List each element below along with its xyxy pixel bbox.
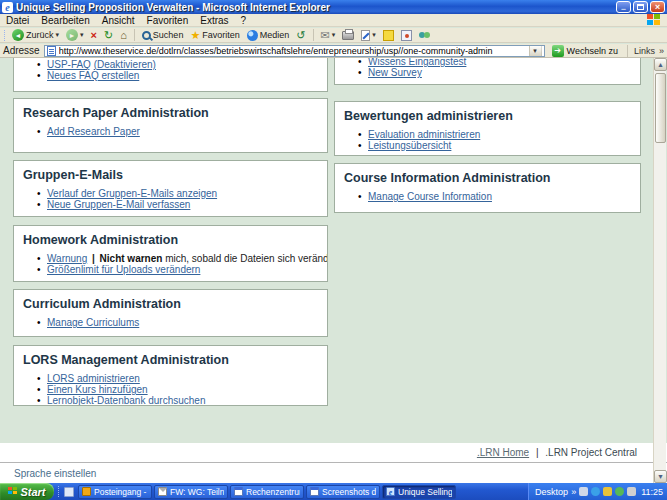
toolbar-grip — [4, 30, 7, 41]
scroll-down-button[interactable] — [654, 470, 667, 483]
new-survey-link[interactable]: New Survey — [368, 67, 422, 78]
home-icon — [120, 29, 127, 41]
list-item: Neue Gruppen-E-Mail verfassen — [47, 199, 327, 210]
discuss-button[interactable] — [417, 28, 433, 42]
task-button-screenshots[interactable]: Screenshots dotLRN... — [306, 485, 380, 499]
quick-launch-icon[interactable] — [64, 487, 74, 497]
neues-faq-erstellen-link[interactable]: Neues FAQ erstellen — [47, 70, 139, 81]
panel-bewertungen-administrieren: Bewertungen administrieren Evaluation ad… — [334, 101, 641, 156]
window-title: Unique Selling Proposition Verwalten - M… — [16, 2, 616, 13]
tray-icon-5[interactable] — [627, 487, 636, 496]
task-button-unique-selling-proposition[interactable]: Unique Selling Proposi... — [382, 485, 456, 499]
go-button[interactable]: Wechseln zu — [549, 45, 621, 57]
task-button-posteingang[interactable]: Posteingang - Micros... — [78, 485, 152, 499]
home-button[interactable] — [118, 28, 129, 42]
print-button[interactable] — [340, 28, 356, 42]
stop-button[interactable] — [89, 28, 99, 42]
usp-faq-link[interactable]: USP-FAQ — [47, 59, 91, 70]
panel-title: Research Paper Administration — [14, 99, 327, 120]
vertical-scrollbar[interactable] — [653, 58, 666, 483]
forward-icon — [66, 29, 78, 41]
panel-gruppen-e-mails: Gruppen-E-Mails Verlauf der Gruppen-E-Ma… — [13, 160, 328, 217]
back-dropdown-icon[interactable] — [56, 31, 60, 39]
menu-extras[interactable]: Extras — [200, 15, 228, 26]
edit-button[interactable] — [359, 28, 378, 42]
mail-button[interactable] — [319, 28, 338, 42]
deaktivieren-link[interactable]: (Deaktivieren) — [94, 59, 156, 70]
tray-icon-2[interactable] — [591, 487, 600, 496]
neue-gruppen-e-mail-link[interactable]: Neue Gruppen-E-Mail verfassen — [47, 199, 190, 210]
start-button[interactable]: Start — [0, 483, 54, 500]
refresh-button[interactable] — [102, 28, 115, 42]
favorites-label: Favoriten — [202, 30, 240, 40]
scroll-thumb[interactable] — [655, 73, 666, 143]
address-url[interactable]: http://www.theservice.de/dotlrn/classes/… — [59, 46, 526, 56]
tray-icon-4[interactable] — [615, 487, 624, 496]
menu-hilfe[interactable]: ? — [241, 15, 247, 26]
warnung-link[interactable]: Warnung — [47, 253, 87, 264]
lrn-project-central-link[interactable]: .LRN Project Central — [545, 447, 637, 458]
minimize-button[interactable] — [616, 1, 631, 13]
search-button[interactable]: Suchen — [140, 28, 186, 42]
edit-dropdown-icon[interactable] — [372, 31, 376, 39]
panel-title: Gruppen-E-Mails — [14, 161, 327, 182]
mail-dropdown-icon[interactable] — [332, 31, 336, 39]
tray-icon-3[interactable] — [603, 487, 612, 496]
einen-kurs-hinzufuegen-link[interactable]: Einen Kurs hinzufügen — [47, 384, 148, 395]
quick-launch-grip[interactable] — [58, 486, 61, 497]
manage-curriculums-link[interactable]: Manage Curriculums — [47, 317, 139, 328]
list-item: New Survey — [368, 67, 640, 78]
leistungsuebersicht-link[interactable]: Leistungsübersicht — [368, 140, 451, 151]
task-label: Unique Selling Proposi... — [398, 487, 452, 497]
close-button[interactable] — [650, 1, 665, 13]
go-icon — [552, 45, 564, 57]
manage-course-information-link[interactable]: Manage Course Information — [368, 191, 492, 202]
desktop-toolbar-label[interactable]: Desktop — [535, 487, 568, 497]
task-button-rechenzentrum[interactable]: Rechenzentrum Uni K... — [230, 485, 304, 499]
links-label[interactable]: Links — [634, 46, 655, 56]
media-button[interactable]: Medien — [245, 28, 292, 42]
task-button-fw-wg-teilnahme[interactable]: FW: WG: Teilnahme v... — [154, 485, 228, 499]
restore-button[interactable] — [633, 1, 648, 13]
links-chevron-icon[interactable] — [659, 46, 664, 56]
menu-favoriten[interactable]: Favoriten — [147, 15, 189, 26]
list-item: Verlauf der Gruppen-E-Mails anzeigen — [47, 188, 327, 199]
menu-bearbeiten[interactable]: Bearbeiten — [41, 15, 89, 26]
toolbar-separator — [134, 29, 135, 41]
menu-ansicht[interactable]: Ansicht — [102, 15, 135, 26]
language-link[interactable]: Sprache einstellen — [14, 468, 96, 479]
history-button[interactable] — [294, 28, 307, 42]
panel-curriculum-administration: Curriculum Administration Manage Curricu… — [13, 289, 328, 337]
panel-title: Curriculum Administration — [14, 290, 327, 311]
list-item: LORS administrieren — [47, 373, 327, 384]
lernobjekt-datenbank-link[interactable]: Lernobjekt-Datenbank durchsuchen — [47, 395, 205, 406]
verlauf-gruppen-e-mails-link[interactable]: Verlauf der Gruppen-E-Mails anzeigen — [47, 188, 217, 199]
groessenlimit-uploads-link[interactable]: Größenlimit für Uploads verändern — [47, 264, 200, 275]
evaluation-administrieren-link[interactable]: Evaluation administrieren — [368, 129, 480, 140]
media-icon — [247, 30, 258, 41]
notes-button[interactable] — [381, 28, 396, 42]
address-separator — [627, 45, 628, 57]
tray-chevron-icon[interactable] — [571, 487, 576, 497]
panel-research-paper-administration: Research Paper Administration Add Resear… — [13, 98, 328, 153]
favorites-button[interactable]: Favoriten — [188, 28, 241, 42]
scroll-up-button[interactable] — [654, 58, 667, 71]
edit-icon — [361, 30, 370, 41]
internet-explorer-icon — [2, 2, 13, 13]
messenger-button[interactable] — [399, 28, 414, 42]
forward-button[interactable] — [64, 28, 86, 42]
taskbar-clock[interactable]: 11:25 — [641, 487, 663, 497]
search-label: Suchen — [153, 30, 184, 40]
lors-administrieren-link[interactable]: LORS administrieren — [47, 373, 140, 384]
menu-datei[interactable]: Datei — [6, 15, 29, 26]
address-dropdown-button[interactable] — [529, 45, 542, 57]
search-icon — [142, 31, 151, 40]
address-field[interactable]: http://www.theservice.de/dotlrn/classes/… — [44, 45, 545, 57]
wissens-eingangstest-link[interactable]: Wissens Eingangstest — [368, 58, 466, 67]
back-button[interactable]: Zurück — [10, 28, 61, 42]
lrn-home-link[interactable]: .LRN Home — [477, 447, 529, 458]
taskbar: Start Posteingang - Micros... FW: WG: Te… — [0, 483, 667, 500]
tray-icon-1[interactable] — [579, 487, 588, 496]
forward-dropdown-icon[interactable] — [80, 31, 84, 39]
add-research-paper-link[interactable]: Add Research Paper — [47, 126, 140, 137]
